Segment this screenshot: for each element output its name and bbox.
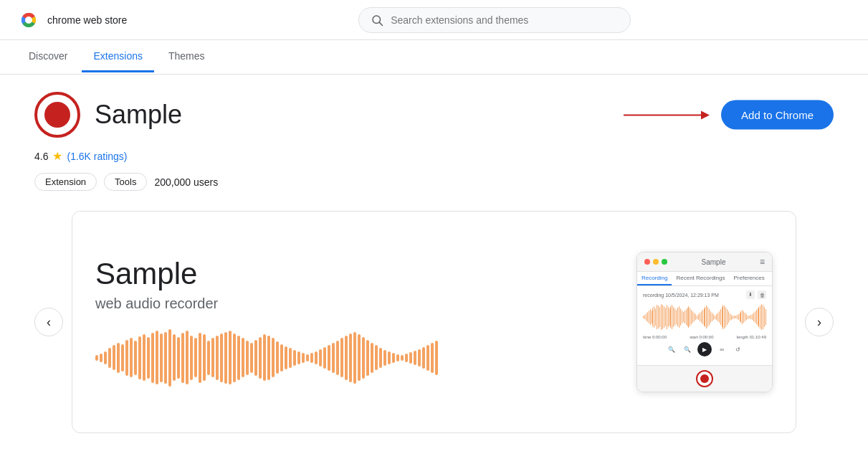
- popup-delete-icon[interactable]: 🗑: [758, 290, 766, 299]
- popup-wave-bar: [753, 313, 754, 321]
- popup-wave-bar: [661, 304, 662, 330]
- popup-wave-bar: [712, 313, 712, 321]
- popup-tab-recent[interactable]: Recent Recordings: [672, 272, 729, 285]
- popup-wave-bar: [740, 313, 740, 321]
- popup-wave-bar: [677, 308, 678, 326]
- add-to-chrome-button[interactable]: Add to Chrome: [721, 100, 834, 130]
- popup-wave-bar: [670, 306, 671, 328]
- arrow-area: [624, 106, 710, 123]
- popup-wave-bar: [680, 308, 681, 326]
- wave-bar: [340, 338, 343, 377]
- wave-bar: [435, 341, 438, 375]
- popup-wave-bar: [658, 306, 659, 328]
- wave-bar: [418, 349, 421, 366]
- arrow-icon: [624, 106, 710, 123]
- wave-bar: [388, 351, 391, 364]
- popup-wave-bar: [655, 308, 656, 326]
- cta-area: Add to Chrome: [624, 100, 834, 130]
- popup-wave-bar: [720, 309, 721, 325]
- popup-tab-recording[interactable]: Recording: [637, 272, 672, 285]
- popup-wave-bar: [643, 316, 644, 318]
- carousel-prev-button[interactable]: ‹: [34, 308, 63, 336]
- wave-bar: [328, 345, 330, 371]
- nav-item-discover[interactable]: Discover: [17, 42, 79, 72]
- popup-wave-bar: [761, 304, 762, 330]
- rating-number: 4.6: [34, 151, 48, 162]
- popup-wave-bar: [715, 316, 715, 319]
- popup-titlebar: Sample ≡: [637, 252, 772, 272]
- popup-wave-bar: [745, 313, 745, 321]
- popup-tab-prefs[interactable]: Preferences: [730, 272, 769, 285]
- zoom-in-button[interactable]: 🔍: [682, 344, 693, 355]
- popup-wave-bar: [749, 316, 750, 318]
- tags-row: Extension Tools 200,000 users: [34, 173, 834, 191]
- popup-wave-bar: [657, 305, 657, 329]
- popup-recording-row: recording 10/5/2024, 12:29:13 PM ⬇ 🗑: [643, 290, 766, 299]
- wave-bar: [349, 334, 352, 382]
- time-label: time 0:00:00: [643, 335, 667, 339]
- popup-wave-bar: [698, 314, 699, 320]
- popup-wave-bar: [674, 308, 675, 326]
- popup-wave-bar: [652, 308, 653, 326]
- record-button[interactable]: [696, 370, 713, 387]
- play-button[interactable]: ▶: [697, 342, 712, 356]
- wave-bar: [134, 341, 137, 375]
- wave-bar: [332, 343, 335, 373]
- wave-bar: [293, 350, 296, 366]
- wave-bar: [181, 333, 184, 383]
- popup-wave-bar: [743, 311, 744, 323]
- length-label: length 01:10:49: [737, 335, 766, 339]
- extension-title: Sample: [95, 100, 182, 130]
- ratings-link[interactable]: (1.6K ratings): [67, 151, 127, 162]
- wave-bar: [233, 334, 236, 382]
- popup-wave-bar: [704, 308, 705, 326]
- popup-wave-bar: [730, 313, 730, 321]
- wave-bar: [431, 343, 434, 373]
- wave-bar: [156, 331, 158, 384]
- popup-wave-bar: [722, 307, 722, 327]
- popup-wave-bar: [724, 306, 725, 328]
- wave-bar: [379, 348, 382, 368]
- popup-wave-bar: [756, 310, 757, 324]
- wave-bar: [250, 343, 253, 373]
- wave-bar: [211, 338, 214, 377]
- wave-bar: [259, 337, 262, 379]
- wave-bar: [366, 340, 369, 376]
- wave-bar: [422, 347, 425, 369]
- wave-bar: [289, 348, 292, 368]
- wave-bar: [323, 347, 326, 369]
- zoom-out-button[interactable]: 🔍: [666, 344, 677, 355]
- wave-bar: [414, 351, 416, 365]
- link-button[interactable]: ∞: [716, 344, 728, 355]
- popup-wave-bar: [644, 315, 645, 319]
- nav-item-extensions[interactable]: Extensions: [82, 42, 153, 72]
- nav-item-themes[interactable]: Themes: [157, 42, 216, 72]
- popup-wave-bar: [697, 316, 697, 319]
- popup-wave-bar: [695, 314, 696, 320]
- extension-icon: [34, 92, 80, 138]
- popup-wave-bar: [691, 310, 692, 324]
- carousel-next-button[interactable]: ›: [805, 308, 834, 336]
- traffic-lights: [644, 259, 667, 265]
- popup-download-icon[interactable]: ⬇: [746, 290, 755, 299]
- reset-button[interactable]: ↺: [732, 344, 743, 355]
- popup-wave-bar: [676, 310, 677, 324]
- wave-bar: [216, 336, 219, 380]
- popup-wave-bar: [755, 311, 755, 323]
- logo-area: chrome web store: [17, 9, 127, 32]
- wave-bar: [237, 336, 240, 380]
- search-icon: [371, 14, 383, 27]
- recording-label: recording 10/5/2024, 12:29:13 PM: [643, 293, 719, 298]
- search-bar[interactable]: [358, 7, 631, 33]
- wave-bar: [95, 355, 98, 361]
- carousel: ‹ Sample web audio recorder: [34, 211, 834, 433]
- slide-left: Sample web audio recorder: [95, 257, 614, 386]
- svg-line-4: [380, 22, 383, 25]
- popup-wave-bar: [652, 311, 652, 323]
- wave-bar: [375, 345, 378, 370]
- search-input[interactable]: [391, 14, 619, 26]
- wave-bar: [297, 351, 300, 364]
- popup-wave-bar: [709, 309, 710, 325]
- popup-wave-bar: [688, 306, 689, 328]
- wave-bar: [409, 352, 412, 364]
